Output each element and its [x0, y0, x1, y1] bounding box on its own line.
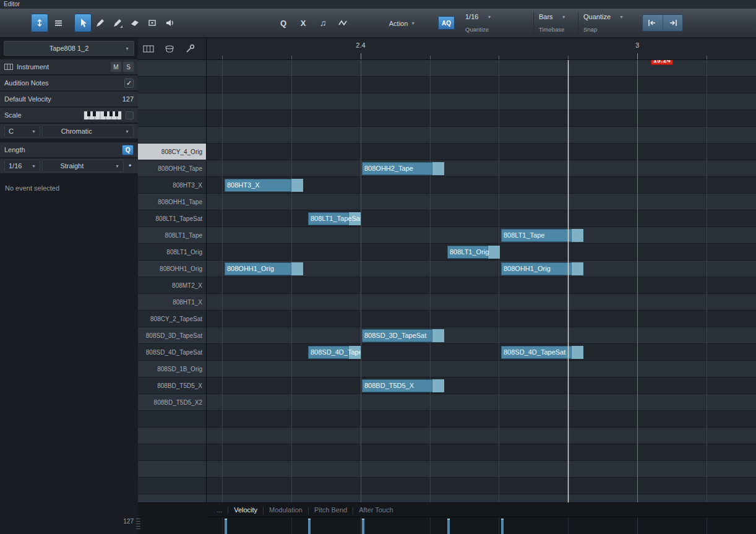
grid-row	[207, 294, 756, 311]
list-view-button[interactable]	[49, 14, 67, 32]
note-resize-handle[interactable]	[432, 162, 444, 175]
quantize-select[interactable]: 1/16 ▼ Quantize	[460, 12, 533, 35]
drum-row-808BD_T5D5_X[interactable]: 808BD_T5D5_X	[138, 377, 206, 394]
note-event[interactable]: 808SD_4D_TapeSat	[308, 346, 361, 359]
solo-button[interactable]: S	[123, 62, 134, 72]
velocity-bar[interactable]	[225, 519, 227, 534]
note-resize-handle[interactable]	[291, 179, 303, 192]
length-value-dropdown[interactable]: 1/16 ▼	[4, 160, 40, 172]
paint-variant-tool-button[interactable]	[109, 14, 126, 32]
length-quantize-button[interactable]: Q	[122, 145, 134, 155]
default-velocity-value[interactable]: 127	[122, 95, 134, 103]
lane-tab-more[interactable]: ...	[211, 503, 228, 517]
drum-row-808SD_1B_Orig[interactable]: 808SD_1B_Orig	[138, 361, 206, 377]
lane-tab-modulation[interactable]: Modulation	[264, 503, 308, 517]
dotted-note-toggle[interactable]: •	[126, 161, 134, 170]
quantize-value: 1/16	[465, 13, 478, 20]
note-event[interactable]: 808OHH1_Orig	[225, 262, 303, 275]
timebase-select[interactable]: Bars ▼ Timebase	[533, 12, 578, 35]
note-event[interactable]: 808HT3_X	[225, 179, 303, 192]
note-value-button[interactable]: ♫	[314, 14, 332, 32]
playhead[interactable]	[568, 60, 569, 502]
drum-row-808OHH2_Tape[interactable]: 808OHH2_Tape	[138, 160, 206, 177]
velocity-bar[interactable]	[501, 519, 504, 534]
quantize-button[interactable]: Q	[275, 14, 292, 32]
note-event[interactable]: 808SD_3D_TapeSat	[362, 329, 444, 342]
note-event[interactable]: 808OHH2_Tape	[362, 162, 444, 175]
drum-mode-icon[interactable]	[164, 44, 175, 54]
note-event[interactable]: 808LT1_Tape	[501, 229, 583, 242]
audition-notes-checkbox[interactable]: ✓	[124, 79, 134, 88]
note-event[interactable]: 808BD_T5D5_X	[362, 379, 444, 392]
chevron-down-icon: ▼	[562, 15, 566, 19]
instrument-row[interactable]: Instrument M S	[0, 59, 138, 74]
note-resize-handle[interactable]	[571, 262, 583, 275]
note-resize-handle[interactable]	[488, 246, 500, 259]
scale-type-dropdown[interactable]: Chromatic ▼	[42, 125, 134, 137]
lane-tab-pitch-bend[interactable]: Pitch Bend	[309, 503, 353, 517]
drum-row-808BD_T5D5_X2[interactable]: 808BD_T5D5_X2	[138, 394, 206, 411]
lane-tab-velocity[interactable]: Velocity	[228, 503, 263, 517]
autoscroll-button[interactable]	[31, 14, 48, 32]
velocity-bar[interactable]	[362, 519, 364, 534]
titlebar: Editor	[0, 0, 756, 9]
snap-select[interactable]: Quantize ▼ Snap	[578, 12, 635, 35]
action-dropdown[interactable]: Action ▼	[379, 17, 426, 30]
velocity-bar[interactable]	[308, 519, 311, 534]
wrench-icon[interactable]	[185, 44, 196, 54]
track-selector-dropdown[interactable]: Tape808 1_2 ▼	[4, 41, 134, 56]
inspector-panel: Tape808 1_2 ▼ Instrument M S Audition No…	[0, 38, 138, 534]
paint-tool-button[interactable]	[92, 14, 109, 32]
scale-enable-checkbox[interactable]	[126, 111, 134, 119]
drum-row-808HT3_X[interactable]: 808HT3_X	[138, 177, 206, 194]
nudge-right-button[interactable]	[663, 14, 684, 32]
note-resize-handle[interactable]	[291, 262, 303, 275]
humanize-button[interactable]	[334, 14, 351, 32]
note-resize-handle[interactable]	[432, 379, 444, 392]
velocity-lane[interactable]	[207, 517, 756, 534]
snap-caption: Snap	[583, 26, 630, 35]
arrow-tool-button[interactable]	[74, 14, 92, 32]
checkmark-icon: ✓	[126, 79, 132, 87]
note-event[interactable]: 808LT1_Orig	[447, 246, 500, 259]
drum-row-808CY_4_Orig[interactable]: 808CY_4_Orig	[138, 144, 206, 160]
marker-badge[interactable]: 15:24	[651, 60, 673, 65]
nudge-left-button[interactable]	[642, 14, 663, 32]
note-resize-handle[interactable]	[432, 329, 444, 342]
grid-row	[207, 394, 756, 411]
note-grid[interactable]: 15:24808OHH2_Tape808HT3_X808LT1_TapeSat8…	[207, 60, 756, 502]
listen-tool-button[interactable]	[161, 14, 178, 32]
note-resize-handle[interactable]	[571, 346, 583, 359]
timeline-ruler[interactable]: 2.43	[207, 38, 756, 60]
mute-button[interactable]: M	[111, 62, 121, 72]
velocity-bar[interactable]	[447, 519, 450, 534]
note-event[interactable]: 808LT1_TapeSat	[308, 212, 361, 225]
lane-tab-after-touch[interactable]: After Touch	[353, 503, 398, 517]
speaker-icon	[165, 18, 174, 28]
grid-row	[207, 194, 756, 210]
drum-row-808MT2_X[interactable]: 808MT2_X	[138, 277, 206, 294]
drum-row-808OHH1_Orig[interactable]: 808OHH1_Orig	[138, 261, 206, 277]
drum-row-808HT1_X[interactable]: 808HT1_X	[138, 294, 206, 311]
drum-row-808LT1_Orig[interactable]: 808LT1_Orig	[138, 244, 206, 261]
note-event[interactable]: 808OHH1_Orig	[501, 262, 583, 275]
drum-row-808LT1_Tape[interactable]: 808LT1_Tape	[138, 227, 206, 244]
eraser-tool-button[interactable]	[126, 14, 144, 32]
drum-row-808SD_4D_TapeSat[interactable]: 808SD_4D_TapeSat	[138, 344, 206, 361]
selection-status: No event selected	[0, 184, 138, 192]
drum-row-808SD_3D_TapeSat[interactable]: 808SD_3D_TapeSat	[138, 327, 206, 344]
keyboard-mode-icon[interactable]	[143, 44, 154, 54]
delete-button[interactable]: X	[294, 14, 312, 32]
aq-toggle-button[interactable]: AQ	[438, 16, 455, 30]
ruler-tick	[361, 53, 361, 59]
grid-row	[207, 428, 756, 444]
drum-row-808LT1_TapeSat[interactable]: 808LT1_TapeSat	[138, 210, 206, 227]
chevron-down-icon: ▼	[28, 129, 36, 134]
drum-row-808OHH1_Tape[interactable]: 808OHH1_Tape	[138, 194, 206, 210]
mute-tool-button[interactable]	[144, 14, 161, 32]
note-event[interactable]: 808SD_4D_TapeSat	[501, 346, 583, 359]
drum-row-808CY_2_TapeSat[interactable]: 808CY_2_TapeSat	[138, 311, 206, 327]
root-note-dropdown[interactable]: C ▼	[4, 125, 40, 137]
length-mode-dropdown[interactable]: Straight ▼	[42, 160, 124, 172]
note-resize-handle[interactable]	[571, 229, 583, 242]
